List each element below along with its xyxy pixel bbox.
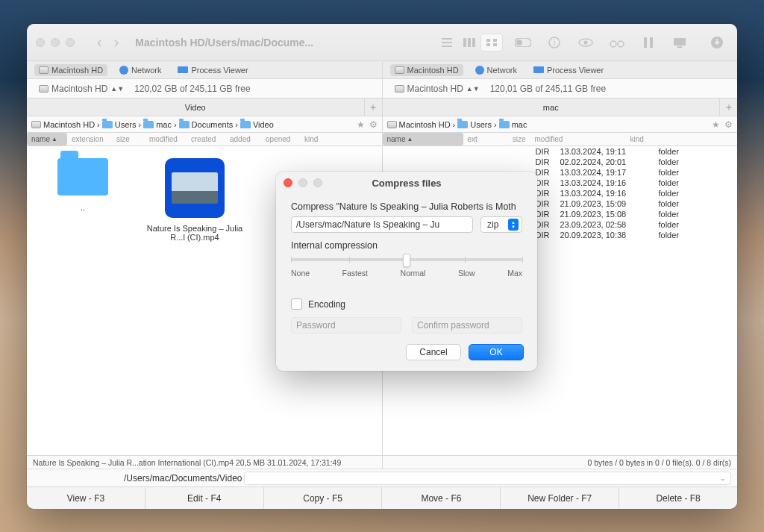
cell-modified: 20.09.2023, 10:38 [556,231,653,240]
fkey-newfolder[interactable]: New Folder - F7 [501,487,619,509]
header-ext-left[interactable]: extension [67,133,112,145]
desktop-icon[interactable] [668,34,691,51]
columns-icon[interactable] [637,34,660,51]
location-left-process[interactable]: Process Viewer [173,64,252,76]
tab-add-left[interactable]: ＋ [364,98,382,116]
location-left-network[interactable]: Network [115,64,166,76]
column-view-button[interactable] [458,34,480,51]
fkey-copy[interactable]: Copy - F5 [264,487,383,509]
zoom-window-button[interactable] [66,38,75,47]
svg-rect-17 [674,38,686,46]
gear-icon[interactable]: ⚙ [369,119,378,130]
binoculars-icon[interactable] [606,34,628,51]
star-icon[interactable]: ★ [357,119,365,130]
disk-icon [31,121,41,128]
header-kind-right[interactable]: kind [626,133,738,145]
cell-kind: folder [653,189,705,198]
file-item[interactable]: Nature Is Speaking – Julia R...l (CI).mp… [146,158,243,242]
location-left-disk[interactable]: Macintosh HD [34,64,107,76]
info-icon[interactable]: i [543,34,566,51]
close-window-button[interactable] [36,38,45,47]
header-name-left[interactable]: name▲ [27,133,67,145]
cancel-button[interactable]: Cancel [406,344,461,360]
table-row[interactable]: DIR13.03.2024, 19:16folder [511,178,738,188]
folder-icon [240,121,251,128]
gear-icon[interactable]: ⚙ [724,119,733,130]
table-row[interactable]: DIR13.03.2024, 19:16folder [511,188,738,198]
password-field[interactable]: Password [291,317,401,334]
forward-button[interactable]: › [110,32,124,52]
header-created-left[interactable]: created [187,133,225,145]
crumb[interactable]: Macintosh HD [31,120,95,129]
table-row[interactable]: DIR13.03.2024, 19:17folder [511,167,738,178]
quicklook-icon[interactable] [574,34,597,51]
tab-add-right[interactable]: ＋ [719,98,737,116]
parent-folder-item[interactable]: .. [34,158,131,212]
header-modified-left[interactable]: modified [145,133,187,145]
table-row[interactable]: DIR23.09.2023, 02:58folder [511,219,738,230]
globe-icon [119,66,128,75]
cell-size: DIR [511,157,556,166]
dialog-prompt: Compress "Nature Is Speaking – Julia Rob… [291,201,522,212]
header-kind-left[interactable]: kind [300,133,382,145]
header-modified-right[interactable]: modified [530,133,626,145]
crumb[interactable]: Users [457,120,492,129]
fkey-edit[interactable]: Edit - F4 [145,487,264,509]
volume-select-right[interactable]: Macintosh HD▲▼ [390,82,484,96]
location-right-network[interactable]: Network [471,64,522,76]
status-bar: Nature Is Speaking – Julia R...ation Int… [27,455,737,469]
crumb[interactable]: mac [499,120,527,129]
table-row[interactable]: DIR13.03.2024, 19:11folder [511,146,738,157]
dialog-title: Compress files [276,178,537,189]
volume-select-left[interactable]: Macintosh HD▲▼ [34,82,128,96]
svg-point-14 [618,41,624,47]
encoding-checkbox[interactable] [291,298,302,310]
svg-rect-15 [644,37,647,48]
format-select[interactable]: zip ▲▼ [480,216,522,233]
output-path-field[interactable]: /Users/mac/Nature Is Speaking – Ju [291,216,473,233]
crumbs-bar: Macintosh HD› Users› mac› Documents› Vid… [27,116,737,133]
location-right-disk[interactable]: Macintosh HD [390,64,463,76]
tab-right[interactable]: mac [383,98,720,116]
table-row[interactable]: DIR21.09.2023, 15:08folder [511,209,738,219]
toggle-icon[interactable] [512,34,534,51]
table-row[interactable]: DIR21.09.2023, 15:09folder [511,198,738,209]
header-opened-left[interactable]: opened [261,133,300,145]
svg-rect-18 [677,46,682,48]
fkey-move[interactable]: Move - F6 [382,487,501,509]
crumb[interactable]: Documents [179,120,234,129]
list-view-button[interactable] [436,34,458,51]
cell-kind: folder [653,210,705,219]
fkey-view[interactable]: View - F3 [27,487,145,509]
ok-button[interactable]: OK [469,344,524,360]
video-thumbnail [165,158,225,218]
tab-left[interactable]: Video [27,98,364,116]
cell-modified: 13.03.2024, 19:17 [556,168,653,177]
confirm-password-field[interactable]: Confirm password [412,317,522,334]
path-field[interactable]: ⌄ [244,472,731,485]
minimize-window-button[interactable] [51,38,60,47]
crumb[interactable]: mac [143,120,172,129]
status-left: Nature Is Speaking – Julia R...ation Int… [27,456,382,469]
fkey-delete[interactable]: Delete - F8 [619,487,737,509]
compression-slider[interactable] [291,258,522,261]
titlebar: ‹ › Macintosh HD/Users/mac/Docume... i [27,24,737,61]
location-right-process[interactable]: Process Viewer [529,64,608,76]
header-ext-right[interactable]: ext [463,133,490,145]
crumb[interactable]: Users [102,120,137,129]
header-size-left[interactable]: size [112,133,145,145]
star-icon[interactable]: ★ [712,119,720,130]
table-row[interactable]: DIR20.09.2023, 10:38folder [511,230,738,240]
icon-view-button[interactable] [480,34,503,51]
crumb[interactable]: Macintosh HD [387,120,451,129]
cell-kind: folder [653,147,705,156]
header-size-right[interactable]: size [490,133,530,145]
crumb[interactable]: Video [240,120,274,129]
tabs-bar: Video ＋ mac ＋ [27,98,737,116]
download-icon[interactable] [706,34,728,51]
table-row[interactable]: DIR02.02.2024, 20:01folder [511,157,738,167]
back-button[interactable]: ‹ [93,32,107,52]
slider-thumb[interactable] [403,254,410,267]
header-added-left[interactable]: added [225,133,261,145]
header-name-right[interactable]: name▲ [383,133,463,145]
